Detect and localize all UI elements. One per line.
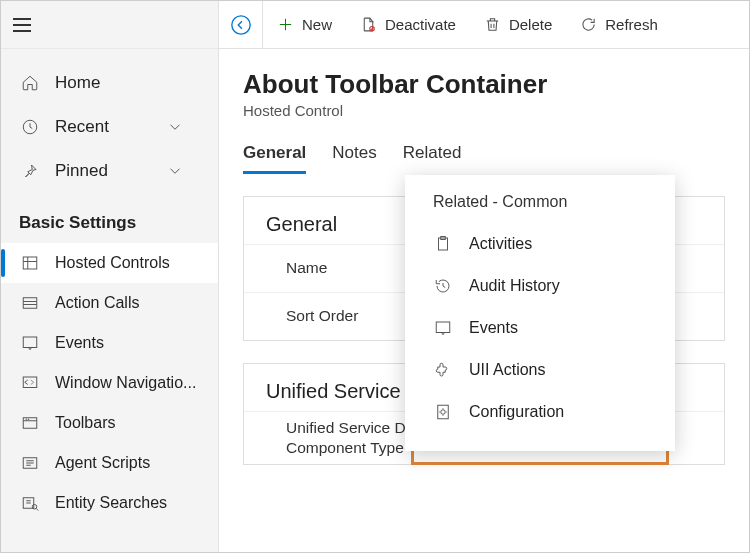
flyout-heading: Related - Common — [405, 185, 675, 223]
tab-related[interactable]: Related — [403, 143, 462, 174]
sidebar-item-label: Events — [55, 334, 104, 352]
tab-general[interactable]: General — [243, 143, 306, 174]
svg-rect-4 — [23, 298, 37, 309]
svg-rect-9 — [23, 418, 37, 429]
sidebar-item-label: Toolbars — [55, 414, 115, 432]
related-activities[interactable]: Activities — [405, 223, 675, 265]
pin-icon — [19, 162, 41, 180]
sidebar-item-events[interactable]: Events — [1, 323, 218, 363]
nav-home-label: Home — [55, 73, 100, 93]
clock-icon — [19, 118, 41, 136]
related-item-label: Audit History — [469, 277, 560, 295]
new-button[interactable]: New — [263, 1, 346, 48]
home-icon — [19, 74, 41, 92]
clipboard-icon — [433, 235, 453, 253]
sidebar-item-action-calls[interactable]: Action Calls — [1, 283, 218, 323]
related-item-label: UII Actions — [469, 361, 545, 379]
sidebar: Home Recent Pinned Basic Settings Hosted… — [1, 1, 219, 552]
related-item-label: Events — [469, 319, 518, 337]
svg-line-21 — [36, 508, 38, 510]
nav-pinned-label: Pinned — [55, 161, 108, 181]
svg-point-11 — [26, 419, 27, 420]
tabs: General Notes Related — [243, 143, 725, 174]
hamburger-icon[interactable] — [13, 18, 31, 32]
window-nav-icon — [19, 374, 41, 392]
agent-scripts-icon — [19, 454, 41, 472]
nav-recent-label: Recent — [55, 117, 109, 137]
entity-searches-icon — [19, 494, 41, 512]
deactivate-button[interactable]: Deactivate — [346, 1, 470, 48]
new-label: New — [302, 16, 332, 33]
related-flyout: Related - Common Activities Audit Histor… — [405, 175, 675, 451]
svg-point-22 — [231, 15, 249, 33]
gear-page-icon — [433, 403, 453, 421]
sidebar-item-label: Entity Searches — [55, 494, 167, 512]
page-subtitle: Hosted Control — [243, 102, 725, 119]
tab-notes[interactable]: Notes — [332, 143, 376, 174]
hosted-controls-icon — [19, 254, 41, 272]
sidebar-group-title: Basic Settings — [1, 199, 218, 243]
related-uii-actions[interactable]: UII Actions — [405, 349, 675, 391]
events-icon — [19, 334, 41, 352]
related-item-label: Configuration — [469, 403, 564, 421]
delete-label: Delete — [509, 16, 552, 33]
related-configuration[interactable]: Configuration — [405, 391, 675, 433]
action-calls-icon — [19, 294, 41, 312]
sidebar-item-toolbars[interactable]: Toolbars — [1, 403, 218, 443]
svg-rect-1 — [23, 257, 37, 269]
events-flyout-icon — [433, 319, 453, 337]
sidebar-item-label: Agent Scripts — [55, 454, 150, 472]
puzzle-icon — [433, 361, 453, 379]
chevron-down-icon — [164, 162, 186, 180]
svg-rect-7 — [23, 337, 37, 348]
nav-pinned[interactable]: Pinned — [1, 149, 218, 193]
history-icon — [433, 277, 453, 295]
toolbars-icon — [19, 414, 41, 432]
nav-recent[interactable]: Recent — [1, 105, 218, 149]
related-item-label: Activities — [469, 235, 532, 253]
related-audit-history[interactable]: Audit History — [405, 265, 675, 307]
sidebar-item-label: Action Calls — [55, 294, 139, 312]
sidebar-item-label: Window Navigatio... — [55, 374, 196, 392]
sidebar-item-agent-scripts[interactable]: Agent Scripts — [1, 443, 218, 483]
refresh-button[interactable]: Refresh — [566, 1, 672, 48]
sidebar-item-entity-searches[interactable]: Entity Searches — [1, 483, 218, 523]
refresh-label: Refresh — [605, 16, 658, 33]
delete-button[interactable]: Delete — [470, 1, 566, 48]
related-events[interactable]: Events — [405, 307, 675, 349]
svg-rect-31 — [436, 322, 450, 333]
page-title: About Toolbar Container — [243, 69, 725, 100]
chevron-down-icon — [164, 118, 186, 136]
sidebar-item-hosted-controls[interactable]: Hosted Controls — [1, 243, 218, 283]
deactivate-label: Deactivate — [385, 16, 456, 33]
sidebar-item-window-nav[interactable]: Window Navigatio... — [1, 363, 218, 403]
nav-home[interactable]: Home — [1, 61, 218, 105]
svg-point-12 — [28, 419, 29, 420]
command-bar: New Deactivate Delete Refresh — [219, 1, 749, 49]
sidebar-item-label: Hosted Controls — [55, 254, 170, 272]
svg-point-33 — [441, 410, 446, 415]
back-button[interactable] — [219, 1, 263, 48]
